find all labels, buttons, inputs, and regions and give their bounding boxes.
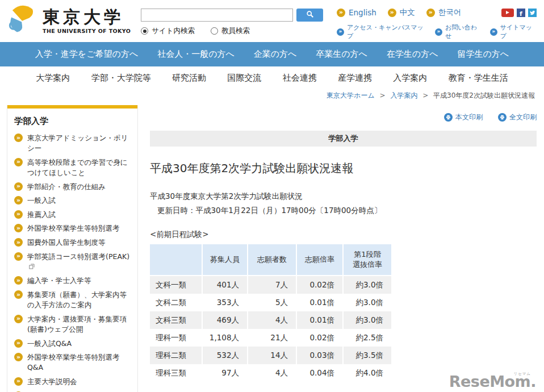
header-empty-cell — [150, 244, 202, 276]
section-header-bar: 学部入学 — [150, 131, 537, 147]
breadcrumb-section-link[interactable]: 入学案内 — [390, 91, 417, 99]
print-full-button[interactable]: 全文印刷 — [498, 112, 537, 122]
print-buttons: 本文印刷 全文印刷 — [150, 112, 537, 122]
table-row: 理科三類 97人 4人 0.04倍 約4.0倍 — [150, 364, 392, 382]
sidebar-item-label: 学部紹介・教育の仕組み — [27, 182, 106, 192]
ginkgo-leaf-icon — [7, 4, 37, 38]
first-stage-ratio-cell: 約3.0倍 — [343, 294, 392, 311]
sidebar-item-label: 大学案内・選抜要項・募集要項(願書)ウェブ公開 — [27, 314, 132, 335]
sub-nav-item[interactable]: 産学連携 — [338, 73, 372, 84]
logo-title: 東京大学 — [43, 8, 131, 26]
category-cell: 理科三類 — [150, 364, 202, 382]
arrow-circle-icon — [337, 28, 344, 36]
print-body-label: 本文印刷 — [455, 112, 483, 122]
sidebar-item[interactable]: 外国学校卒業学生等特別選考Q&A — [14, 352, 132, 373]
sidebar-item[interactable]: 学部英語コース特別選考(PEAK) — [14, 252, 132, 272]
twitter-icon[interactable] — [528, 9, 537, 17]
sub-navigation: 大学案内 学部・大学院等 研究活動 国際交流 社会連携 産学連携 入学案内 教育… — [0, 66, 544, 89]
applicants-cell: 5人 — [248, 294, 296, 311]
applicants-cell: 4人 — [248, 311, 296, 329]
sidebar-item[interactable]: 外国学校卒業学生等特別選考 — [14, 223, 132, 233]
sidebar-item[interactable]: 東京大学アドミッション・ポリシー — [14, 133, 132, 153]
sidebar-item[interactable]: 高等学校段階までの学習で身につけてほしいこと — [14, 157, 132, 178]
main-nav-item[interactable]: 企業の方へ — [254, 49, 297, 60]
arrow-circle-icon — [14, 158, 23, 166]
breadcrumb-home-link[interactable]: 東京大学ホーム — [327, 91, 375, 99]
staff-search-radio[interactable]: 教員検索 — [211, 26, 250, 36]
main-nav-item[interactable]: 卒業生の方へ — [316, 49, 367, 60]
application-status-table: 募集人員 志願者数 志願倍率 第1段階 選抜倍率 文科一類 401人 7人 0.… — [150, 244, 392, 382]
sidebar-item[interactable]: 推薦入試 — [14, 210, 132, 220]
applicants-cell: 21人 — [248, 329, 296, 347]
sub-nav-item[interactable]: 研究活動 — [172, 73, 206, 84]
header-ratio: 志願倍率 — [296, 244, 343, 276]
ratio-cell: 0.04倍 — [296, 364, 343, 382]
sidebar-item-label: 一般入試 — [27, 195, 56, 206]
youtube-icon[interactable] — [501, 9, 514, 17]
sidebar-item[interactable]: 国費外国人留学生制度等 — [14, 237, 132, 248]
sidebar-item-label: 外国学校卒業学生等特別選考 — [27, 223, 120, 233]
search-input[interactable] — [141, 9, 293, 22]
table-row: 理科一類 1,108人 21人 0.02倍 約2.5倍 — [150, 329, 392, 347]
search-button[interactable] — [296, 9, 323, 22]
main-nav-item[interactable]: 入学・進学をご希望の方へ — [35, 49, 138, 60]
header-links: English 中文 한국어 f アクセス・キャンパスマップ — [337, 7, 537, 40]
first-stage-ratio-cell: 約3.5倍 — [343, 347, 392, 364]
first-stage-ratio-cell: 約2.5倍 — [343, 329, 392, 347]
sidebar: 学部入学 東京大学アドミッション・ポリシー 高等学校段階までの学習で身につけてほ… — [7, 105, 138, 392]
category-cell: 理科一類 — [150, 329, 202, 347]
sidebar-item-label: 一般入試Q&A — [27, 339, 72, 349]
sub-nav-item[interactable]: 入学案内 — [393, 73, 427, 84]
social-icons: f — [501, 9, 537, 17]
main-nav-item[interactable]: 在学生の方へ — [387, 49, 438, 60]
sub-nav-item[interactable]: 国際交流 — [227, 73, 261, 84]
sidebar-menu: 東京大学アドミッション・ポリシー 高等学校段階までの学習で身につけてほしいこと … — [14, 133, 132, 392]
utility-label: アクセス・キャンパスマップ — [347, 23, 426, 40]
resemom-watermark: リセマム ReseMom. — [449, 374, 536, 389]
arrow-circle-icon — [14, 377, 23, 386]
capacity-cell: 97人 — [202, 364, 248, 382]
capacity-cell: 353人 — [202, 294, 248, 311]
sidebar-item[interactable]: 学部紹介・教育の仕組み — [14, 182, 132, 192]
applicants-cell: 14人 — [248, 347, 296, 364]
sidebar-item-label: 編入学・学士入学等 — [27, 276, 91, 286]
site-search-radio[interactable]: サイト内検索 — [141, 26, 195, 36]
language-link[interactable]: 中文 — [388, 7, 415, 18]
arrow-circle-icon — [14, 353, 23, 361]
utility-link[interactable]: お問い合わせ — [435, 23, 482, 40]
utility-row: アクセス・キャンパスマップ お問い合わせ サイトマップ — [337, 23, 537, 40]
sidebar-item[interactable]: 募集要項（願書）、大学案内等の入手方法のご案内 — [14, 290, 132, 310]
utility-link[interactable]: サイトマップ — [490, 23, 537, 40]
first-stage-ratio-cell: 約3.0倍 — [343, 276, 392, 294]
sidebar-item[interactable]: 一般入試Q&A — [14, 339, 132, 349]
sidebar-item[interactable]: 主要大学説明会 — [14, 377, 132, 387]
print-body-button[interactable]: 本文印刷 — [444, 112, 483, 122]
university-logo[interactable]: 東京大学 THE UNIVERSITY OF TOKYO — [7, 4, 131, 38]
printer-icon — [498, 113, 507, 122]
arrow-circle-icon — [14, 252, 23, 261]
sub-nav-item[interactable]: 学部・大学院等 — [91, 73, 151, 84]
main-nav-item[interactable]: 留学生の方へ — [457, 49, 509, 60]
sub-nav-item[interactable]: 社会連携 — [283, 73, 317, 84]
radio-unselected-icon — [211, 27, 218, 35]
facebook-icon[interactable]: f — [517, 9, 525, 17]
language-label: English — [349, 8, 376, 17]
sidebar-item[interactable]: 編入学・学士入学等 — [14, 276, 132, 286]
header-first-stage-ratio: 第1段階 選抜倍率 — [343, 244, 392, 276]
utility-label: サイトマップ — [500, 23, 537, 40]
sub-nav-item[interactable]: 教育・学生生活 — [449, 73, 508, 84]
language-link[interactable]: 한국어 — [426, 7, 462, 18]
search-icon — [306, 10, 314, 20]
first-stage-ratio-cell: 約3.0倍 — [343, 311, 392, 329]
sub-nav-item[interactable]: 大学案内 — [36, 73, 70, 84]
arrow-circle-icon — [14, 315, 23, 323]
sidebar-item-label: 外国学校卒業学生等特別選考Q&A — [27, 352, 132, 373]
main-nav-item[interactable]: 社会人・一般の方へ — [157, 49, 235, 60]
sidebar-item[interactable]: 一般入試 — [14, 195, 132, 206]
utility-link[interactable]: アクセス・キャンパスマップ — [337, 23, 426, 40]
sidebar-item[interactable]: 大学案内・選抜要項・募集要項(願書)ウェブ公開 — [14, 314, 132, 335]
arrow-circle-icon — [14, 182, 23, 191]
arrow-circle-icon — [14, 238, 23, 247]
print-full-label: 全文印刷 — [509, 112, 537, 122]
language-link[interactable]: English — [337, 8, 376, 17]
